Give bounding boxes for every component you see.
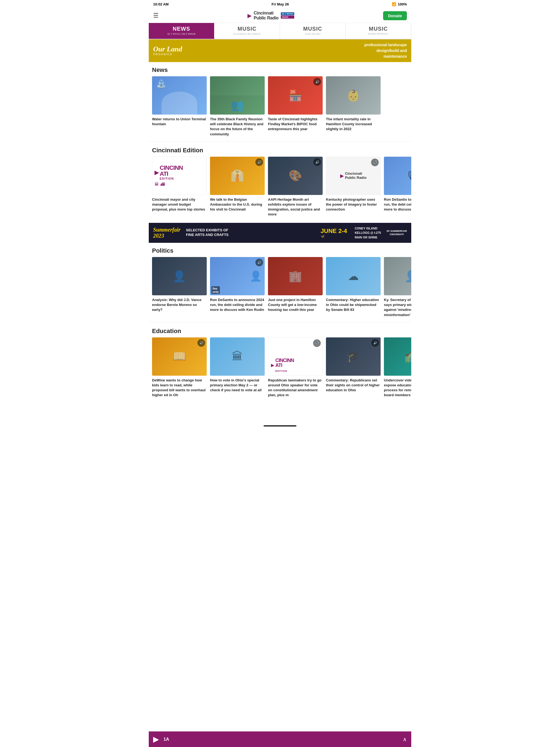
ed-card-2[interactable]: 🏛 How to vote in Ohio's special primary … bbox=[210, 337, 265, 398]
tab-classical-sub: CLASSICAL 90.9 WGUC bbox=[217, 32, 278, 35]
pol-card-img-2: 🔊 llasunty 👤 bbox=[210, 257, 265, 295]
news-card-4[interactable]: 👶 The infant mortality rate in Hamilton … bbox=[326, 76, 381, 137]
audio-icon-ed4: 🔊 bbox=[371, 339, 379, 347]
home-indicator bbox=[149, 423, 411, 429]
tab-jazz[interactable]: MUSIC JAZZ ON HD2 bbox=[280, 23, 346, 39]
cin-edition-label: EDITION bbox=[160, 177, 183, 180]
summerfair-banner[interactable]: Summerfair2023 SELECTED EXHIBITS OFFINE … bbox=[149, 223, 411, 243]
education-section-title: Education bbox=[149, 323, 411, 337]
ad-banner[interactable]: Our Land ORGANICS professional landscape… bbox=[149, 40, 411, 62]
ed-card-img-4: 🔊 🎓 bbox=[326, 337, 381, 376]
cpr-logo-inner: ▶ CincinnatiPublic Radio bbox=[340, 172, 367, 180]
cin2-title-block: CINCINNATIEDITION bbox=[275, 358, 294, 373]
cpr-name: CincinnatiPublic Radio bbox=[345, 172, 367, 180]
ed-card-title-3: Republican lawmakers try to go around Oh… bbox=[268, 378, 323, 398]
pol-card-img-5: 👤 bbox=[384, 257, 411, 295]
clouds-icon: ☁ bbox=[348, 270, 359, 282]
status-right: 📶 100% bbox=[392, 2, 407, 6]
desantis-icon: 👤 bbox=[250, 271, 262, 282]
news-card-title-2: The 35th Black Family Reunion will celeb… bbox=[210, 117, 265, 137]
ed-card-title-4: Commentary: Republicans set their sights… bbox=[326, 378, 381, 393]
pol-card-img-4: ☁ bbox=[326, 257, 381, 295]
ce-card-5[interactable]: 🎙 Ron DeSantis to announce 2024 run, the… bbox=[384, 157, 411, 217]
tab-jazz-sub: JAZZ ON HD2 bbox=[282, 32, 343, 35]
news-card-img-1: ⛲ bbox=[152, 76, 207, 114]
summerfair-date-area: JUNE 2-4 🦋 bbox=[319, 228, 350, 238]
ed-card-title-1: DeWine wants to change how kids learn to… bbox=[152, 378, 207, 398]
tab-classical[interactable]: MUSIC CLASSICAL 90.9 WGUC bbox=[214, 23, 280, 39]
ce-card-title-3: AAPI Heritage Month art exhibits explore… bbox=[268, 197, 323, 217]
crowd-icon: 👥 bbox=[210, 96, 265, 114]
audio-icon-3: 🔊 bbox=[313, 78, 321, 85]
logo-cpr-text: CincinnatiPublic Radio bbox=[254, 11, 279, 21]
ed-card-1[interactable]: 🔊 📖 DeWine wants to change how kids lear… bbox=[152, 337, 207, 398]
ce-card-title-1: Cincinnati mayor and city manager unveil… bbox=[152, 197, 207, 212]
logo-main: CincinnatiPublic Radio 91.7 WVXU NEWS bbox=[254, 11, 295, 21]
cin2-label: CINCINNATIEDITION bbox=[275, 358, 294, 373]
menu-button[interactable]: ☰ bbox=[153, 12, 159, 19]
cin-play-icon: ▶ bbox=[154, 169, 159, 176]
tab-artifact[interactable]: MUSIC RADIO ARTIFACT bbox=[346, 23, 411, 39]
summerfair-subtitle: SELECTED EXHIBITS OFFINE ARTS AND CRAFTS bbox=[186, 228, 313, 237]
audio-icon-ed1: 🔊 bbox=[198, 339, 205, 347]
audio-icon-ce2: 🔊 bbox=[255, 158, 263, 166]
pol-card-1[interactable]: 👤 Analysis: Why did J.D. Vance endorse B… bbox=[152, 257, 207, 317]
summerfair-date: JUNE 2-4 bbox=[321, 228, 347, 235]
summerfair-subtitle-area: SELECTED EXHIBITS OFFINE ARTS AND CRAFTS bbox=[184, 228, 315, 237]
ce-card-4[interactable]: 🔊 ▶ CincinnatiPublic Radio Kentucky phot… bbox=[326, 157, 381, 217]
ce-card-img-2: 🔊 👔 bbox=[210, 157, 265, 195]
politics-icon: 🎙 bbox=[406, 170, 411, 182]
summerfair-logo-badge: SF SUMMERFAIRCINCINNATI bbox=[386, 229, 407, 236]
fountain-icon: ⛲ bbox=[156, 79, 166, 88]
pol-card-img-3: 🏢 bbox=[268, 257, 323, 295]
ad-logo: Our Land bbox=[153, 46, 182, 53]
ed-card-img-5: 🏫 bbox=[384, 337, 411, 376]
nav-tabs: NEWS 91.7 WVXU | 88.5 WMUB MUSIC CLASSIC… bbox=[149, 23, 411, 40]
ed-card-img-1: 🔊 📖 bbox=[152, 337, 207, 376]
cin-icon-1: 🏛 bbox=[154, 182, 159, 187]
news-articles-scroll: ⛲ Water returns to Union Terminal founta… bbox=[149, 76, 411, 140]
ad-logo-area: Our Land ORGANICS bbox=[153, 46, 182, 56]
ce-card-2[interactable]: 🔊 👔 We talk to the Belgian Ambassador to… bbox=[210, 157, 265, 217]
cin-icon-2: 🏙 bbox=[160, 182, 165, 187]
art-icon: 🎨 bbox=[288, 169, 302, 182]
tab-jazz-label: MUSIC bbox=[282, 26, 343, 32]
news-card-title-1: Water returns to Union Terminal fountain bbox=[152, 117, 207, 127]
news-card-2[interactable]: 👥 The 35th Black Family Reunion will cel… bbox=[210, 76, 265, 137]
ce-card-img-3: 🔊 🎨 bbox=[268, 157, 323, 195]
graduation-icon: 🎓 bbox=[347, 350, 360, 363]
ce-card-title-2: We talk to the Belgian Ambassador to the… bbox=[210, 197, 265, 212]
ce-card-3[interactable]: 🔊 🎨 AAPI Heritage Month art exhibits exp… bbox=[268, 157, 323, 217]
ed-card-5[interactable]: 🏫 Undercover videos claim to expose educ… bbox=[384, 337, 411, 398]
pol-card-5[interactable]: 👤 Ky. Secretary of State Adam says prima… bbox=[384, 257, 411, 317]
pol-card-4[interactable]: ☁ Commentary: Higher education in Ohio c… bbox=[326, 257, 381, 317]
news-card-3[interactable]: 🔊 🏪 Taste of Cincinnati highlights Findl… bbox=[268, 76, 323, 137]
cin-title-ati: ATI bbox=[160, 171, 183, 177]
pol-card-2[interactable]: 🔊 llasunty 👤 Ron DeSantis to announce 20… bbox=[210, 257, 265, 317]
donate-button[interactable]: Donate bbox=[383, 11, 407, 20]
logo-wvxu-badge: 91.7 WVXU bbox=[281, 12, 295, 15]
cincinnati-edition-title: Cincinnati Edition bbox=[149, 143, 411, 157]
status-time: 10:02 AM bbox=[153, 2, 169, 6]
ed-card-4[interactable]: 🔊 🎓 Commentary: Republicans set their si… bbox=[326, 337, 381, 398]
tab-news[interactable]: NEWS 91.7 WVXU | 88.5 WMUB bbox=[149, 23, 214, 39]
cincinnati-edition-scroll: ▶ CINCINN ATI EDITION 🏛 🏙 Cincinnati may… bbox=[149, 157, 411, 221]
food-icon: 🏪 bbox=[288, 89, 302, 102]
politics-articles-scroll: 👤 Analysis: Why did J.D. Vance endorse B… bbox=[149, 257, 411, 321]
tab-artifact-label: MUSIC bbox=[348, 26, 409, 32]
ce-card-img-1: ▶ CINCINN ATI EDITION 🏛 🏙 bbox=[152, 157, 207, 195]
ad-text: professional landscapedesign/build andma… bbox=[364, 42, 407, 59]
ce-card-1[interactable]: ▶ CINCINN ATI EDITION 🏛 🏙 Cincinnati may… bbox=[152, 157, 207, 217]
news-card-img-3: 🔊 🏪 bbox=[268, 76, 323, 114]
ed-card-3[interactable]: 🔊 ▶ CINCINNATIEDITION Republican lawmake… bbox=[268, 337, 323, 398]
politics-section-title: Politics bbox=[149, 243, 411, 257]
news-card-1[interactable]: ⛲ Water returns to Union Terminal founta… bbox=[152, 76, 207, 137]
ambassador-icon: 👔 bbox=[230, 169, 244, 182]
summerfair-title: Summerfair2023 bbox=[153, 227, 180, 239]
summerfair-details: CONEY ISLANDKELLOGG @ I-275RAIN OR SHINE bbox=[355, 226, 381, 240]
education-articles-scroll: 🔊 📖 DeWine wants to change how kids lear… bbox=[149, 337, 411, 401]
ce-card-title-4: Kentucky photographer uses the power of … bbox=[326, 197, 381, 212]
pol-card-title-1: Analysis: Why did J.D. Vance endorse Ber… bbox=[152, 298, 207, 312]
ce-card-img-4: 🔊 ▶ CincinnatiPublic Radio bbox=[326, 157, 381, 195]
pol-card-3[interactable]: 🏢 Just one project in Hamilton County wi… bbox=[268, 257, 323, 317]
